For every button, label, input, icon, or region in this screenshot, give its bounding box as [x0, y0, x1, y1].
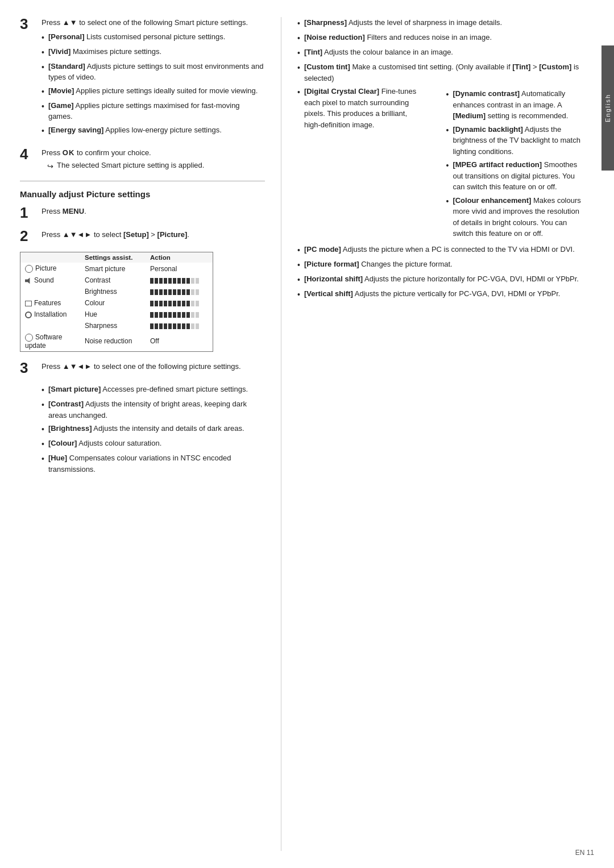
table-row: Installation Hue [20, 309, 213, 320]
right-column: [Sharpness] Adjusts the level of sharpne… [281, 17, 597, 851]
step-3b: 3 Press ▲▼◄► to select one of the follow… [20, 361, 265, 376]
list-item: [Tint] Adjusts the colour balance in an … [297, 47, 584, 59]
step-3b-content: Press ▲▼◄► to select one of the followin… [42, 361, 265, 376]
step-4-note: ↪ The selected Smart picture setting is … [47, 161, 265, 171]
software-icon [25, 334, 33, 342]
step-1-content: Press MENU. [42, 206, 265, 221]
list-item: [Dynamic backlight] Adjusts the brightne… [438, 124, 585, 157]
table-row: Features Colour [20, 297, 213, 309]
menu-header-row: Settings assist. Action [20, 252, 213, 263]
menu-col2-header: Settings assist. [80, 252, 146, 263]
menu-screenshot: Settings assist. Action Picture Smart pi… [20, 252, 213, 352]
list-item: [Picture format] Changes the picture for… [297, 259, 584, 271]
list-item: [Game] Applies picture settings maximise… [42, 100, 265, 122]
step-1-text: Press MENU. [42, 206, 265, 217]
step-4: 4 Press OK to confirm your choice. ↪ The… [20, 147, 265, 171]
list-item: [Colour enhancement] Makes colours more … [438, 195, 585, 239]
list-item: [Personal] Lists customised personal pic… [42, 31, 265, 44]
progress-bar [150, 323, 199, 329]
section-divider [20, 181, 265, 181]
list-item: [Standard] Adjusts picture settings to s… [42, 61, 265, 83]
picture-icon [25, 265, 33, 273]
step-number-4: 4 [20, 146, 36, 171]
list-item: [Dynamic contrast] Automatically enhance… [438, 88, 585, 122]
list-item: [Brightness] Adjusts the intensity and d… [42, 423, 265, 435]
list-item: [Noise reduction] Filters and reduces no… [297, 32, 584, 44]
menu-table: Settings assist. Action Picture Smart pi… [20, 252, 213, 351]
step-3b-intro: Press ▲▼◄► to select one of the followin… [42, 361, 265, 372]
table-row: Brightness [20, 286, 213, 297]
list-item: [Colour] Adjusts colour saturation. [42, 438, 265, 450]
menu-col1-header [20, 252, 80, 263]
list-item: [Hue] Compensates colour variations in N… [42, 452, 265, 475]
table-row: Picture Smart picture Personal [20, 263, 213, 275]
page-footer: EN 11 [575, 849, 594, 857]
step-number-3: 3 [20, 16, 36, 139]
step-3-intro: Press ▲▼ to select one of the following … [42, 17, 265, 28]
step-3b-list: [Smart picture] Accesses pre-defined sma… [42, 384, 265, 475]
right-col-list: [Sharpness] Adjusts the level of sharpne… [297, 17, 584, 301]
step-1: 1 Press MENU. [20, 206, 265, 221]
step-2-content: Press ▲▼◄► to select [Setup] > [Picture]… [42, 229, 265, 244]
progress-bar [150, 278, 199, 284]
sub-list: [Dynamic contrast] Automatically enhance… [438, 88, 585, 242]
progress-bar [150, 301, 199, 306]
list-item: [MPEG artifact reduction] Smoothes out t… [438, 159, 585, 193]
step-2-text: Press ▲▼◄► to select [Setup] > [Picture]… [42, 229, 265, 240]
step-4-text: Press OK to confirm your choice. [42, 147, 265, 159]
step-number-3b: 3 [20, 360, 36, 376]
progress-bar [150, 312, 199, 318]
section-heading: Manually adjust Picture settings [20, 189, 265, 199]
sound-icon [25, 277, 32, 284]
list-item: [Vertical shift] Adjusts the picture ver… [297, 288, 584, 301]
step-3-content: Press ▲▼ to select one of the following … [42, 17, 265, 139]
table-row: Sound Contrast [20, 275, 213, 286]
step-3-list: [Personal] Lists customised personal pic… [42, 31, 265, 137]
menu-col3-header: Action [146, 252, 213, 263]
table-row: Sharpness [20, 320, 213, 331]
step-4-content: Press OK to confirm your choice. ↪ The s… [42, 147, 265, 171]
list-item: [Digital Crystal Clear] Fine-tunes each … [297, 86, 584, 242]
side-label: English [601, 45, 614, 171]
list-item: [Movie] Applies picture settings ideally… [42, 85, 265, 98]
table-row: Software update Noise reduction Off [20, 331, 213, 351]
list-item: [Smart picture] Accesses pre-defined sma… [42, 384, 265, 396]
progress-bar [150, 289, 199, 295]
step-number-1: 1 [20, 205, 36, 221]
step-number-2: 2 [20, 228, 36, 244]
features-icon [25, 301, 32, 306]
list-item: [Sharpness] Adjusts the level of sharpne… [297, 17, 584, 30]
list-item: [Horizontal shift] Adjusts the picture h… [297, 273, 584, 286]
step-2: 2 Press ▲▼◄► to select [Setup] > [Pictur… [20, 229, 265, 244]
list-item: [Vivid] Maximises picture settings. [42, 46, 265, 59]
list-item: [Contrast] Adjusts the intensity of brig… [42, 398, 265, 421]
list-item: [Custom tint] Make a customised tint set… [297, 61, 584, 84]
step-3: 3 Press ▲▼ to select one of the followin… [20, 17, 265, 139]
left-column: 3 Press ▲▼ to select one of the followin… [20, 17, 281, 851]
list-item: [PC mode] Adjusts the picture when a PC … [297, 244, 584, 256]
list-item: [Energy saving] Applies low-energy pictu… [42, 124, 265, 137]
installation-icon [25, 312, 32, 318]
mapsto-arrow-icon: ↪ [47, 162, 53, 171]
